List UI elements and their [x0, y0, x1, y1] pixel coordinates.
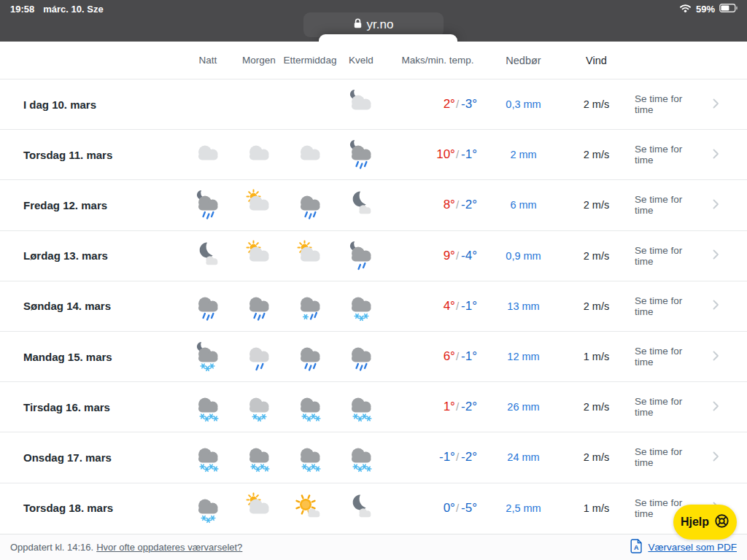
hourly-forecast-link[interactable]: Se time for time — [635, 194, 747, 216]
weather-icon-partlycloudy-day — [285, 240, 336, 272]
weather-icon-rain-night — [336, 139, 387, 171]
wind-value: 2 m/s — [558, 300, 635, 312]
weather-icon-rain — [285, 189, 336, 221]
update-frequency-link[interactable]: Hvor ofte oppdateres værvarselet? — [96, 542, 242, 553]
weather-icon-cloud-light — [182, 139, 233, 171]
hourly-forecast-link[interactable]: Se time for time — [635, 93, 747, 115]
help-button[interactable]: Hjelp — [673, 505, 737, 540]
hourly-forecast-link[interactable]: Se time for time — [635, 245, 747, 267]
temperature-max-min: 8°/-2° — [387, 198, 489, 212]
col-header-ettermiddag: Ettermiddag — [285, 55, 336, 66]
hourly-forecast-link-label: Se time for time — [635, 144, 703, 166]
hourly-forecast-link[interactable]: Se time for time — [635, 144, 747, 166]
wind-value: 2 m/s — [558, 451, 635, 463]
wifi-icon — [679, 4, 692, 15]
weather-icon-fair-night — [336, 189, 387, 221]
weather-icon-rain — [182, 290, 233, 322]
url-text: yr.no — [367, 18, 394, 32]
weather-icon-snow — [336, 391, 387, 423]
forecast-row: Søndag 14. mars4°/-1°13 mm2 m/sSe time f… — [0, 281, 747, 332]
precipitation-value: 13 mm — [489, 300, 558, 312]
forecast-row: Lørdag 13. mars9°/-4°0,9 mm2 m/sSe time … — [0, 231, 747, 281]
weather-icon-partlycloudy-day — [233, 492, 285, 524]
status-time: 19:58 — [10, 4, 34, 15]
hourly-forecast-link[interactable]: Se time for time — [635, 346, 747, 368]
day-label: Fredag 12. mars — [0, 199, 182, 211]
day-label: I dag 10. mars — [0, 98, 182, 111]
weather-icon-snow — [182, 391, 233, 423]
chevron-right-icon — [713, 351, 719, 363]
chevron-right-icon — [713, 149, 719, 161]
min-temp: -2° — [461, 198, 477, 211]
temp-separator: / — [456, 198, 459, 211]
temp-separator: / — [456, 350, 459, 362]
col-header-vind: Vind — [558, 55, 635, 66]
weather-icon-rain-night — [182, 189, 233, 221]
precipitation-value: 24 mm — [489, 451, 558, 463]
weather-icon-partlycloudy-day — [233, 240, 285, 272]
temp-separator: / — [456, 98, 459, 110]
address-bar[interactable]: yr.no — [303, 12, 444, 37]
updated-info: Oppdatert kl. 14:16.Hvor ofte oppdateres… — [10, 542, 242, 553]
precipitation-value: 26 mm — [489, 401, 558, 413]
hourly-forecast-link-label: Se time for time — [635, 295, 703, 317]
table-header: Natt Morgen Ettermiddag Kveld Maks/min. … — [0, 42, 747, 79]
precipitation-value: 0,9 mm — [489, 250, 558, 262]
temperature-max-min: 2°/-3° — [387, 97, 489, 112]
weather-icon-snow — [285, 391, 336, 423]
svg-text:A: A — [634, 544, 639, 551]
weather-icon-fair-night — [336, 492, 387, 524]
hourly-forecast-link[interactable]: Se time for time — [635, 396, 747, 418]
forecast-row: Onsdag 17. mars-1°/-2°24 mm2 m/sSe time … — [0, 432, 747, 483]
hourly-forecast-link-label: Se time for time — [635, 245, 703, 267]
battery-percent: 59% — [696, 4, 715, 15]
weather-icon-snow-3 — [182, 492, 233, 524]
weather-icon-partlycloudy-day — [233, 189, 285, 221]
chevron-right-icon — [713, 199, 719, 211]
day-label: Onsdag 17. mars — [0, 451, 182, 464]
weather-icon-snow — [233, 441, 285, 473]
weather-icon-rain — [285, 341, 336, 373]
hourly-forecast-link[interactable]: Se time for time — [635, 446, 747, 468]
chevron-right-icon — [713, 401, 719, 413]
col-header-nedbor: Nedbør — [489, 55, 558, 66]
pdf-download-link[interactable]: A Værvarsel som PDF — [630, 539, 737, 556]
chevron-right-icon — [713, 300, 719, 312]
max-temp: 6° — [444, 349, 455, 363]
max-temp: 2° — [444, 97, 455, 111]
max-temp: -1° — [439, 450, 455, 464]
temperature-max-min: 9°/-4° — [387, 249, 489, 263]
wind-value: 1 m/s — [558, 502, 635, 514]
safari-window: 19:58 márc. 10. Sze 59% — [0, 0, 747, 560]
forecast-row: I dag 10. mars2°/-3°0,3 mm2 m/sSe time f… — [0, 79, 747, 130]
lifebuoy-icon — [714, 513, 729, 532]
min-temp: -1° — [461, 147, 477, 161]
temp-separator: / — [456, 451, 459, 463]
max-temp: 10° — [436, 147, 455, 161]
weather-icon-snow — [182, 441, 233, 473]
lock-icon — [354, 18, 362, 32]
col-header-morgen: Morgen — [233, 55, 285, 66]
weather-icon-snow — [336, 441, 387, 473]
temperature-max-min: 6°/-1° — [387, 349, 489, 364]
chevron-right-icon — [713, 451, 719, 464]
weather-icon-snow — [285, 441, 336, 473]
weather-icon-snow-night — [182, 341, 233, 373]
weather-icon-partlycloudy-night — [336, 88, 387, 120]
weather-icon-fair-night — [182, 240, 233, 272]
min-temp: -2° — [461, 400, 477, 413]
temperature-max-min: 10°/-1° — [387, 147, 489, 162]
wind-value: 2 m/s — [558, 401, 635, 413]
forecast-row: Fredag 12. mars8°/-2°6 mm2 m/sSe time fo… — [0, 180, 747, 230]
forecast-row: Tirsdag 16. mars1°/-2°26 mm2 m/sSe time … — [0, 382, 747, 432]
battery-icon — [719, 4, 738, 15]
min-temp: -3° — [461, 97, 477, 111]
min-temp: -1° — [461, 299, 477, 313]
weather-icon-cloud-light — [285, 139, 336, 171]
temperature-max-min: -1°/-2° — [387, 450, 489, 464]
temp-separator: / — [456, 148, 459, 160]
weather-icon-cloud-light — [233, 139, 285, 171]
chevron-right-icon — [713, 98, 719, 111]
hourly-forecast-link[interactable]: Se time for time — [635, 295, 747, 317]
hourly-forecast-link-label: Se time for time — [635, 396, 703, 418]
